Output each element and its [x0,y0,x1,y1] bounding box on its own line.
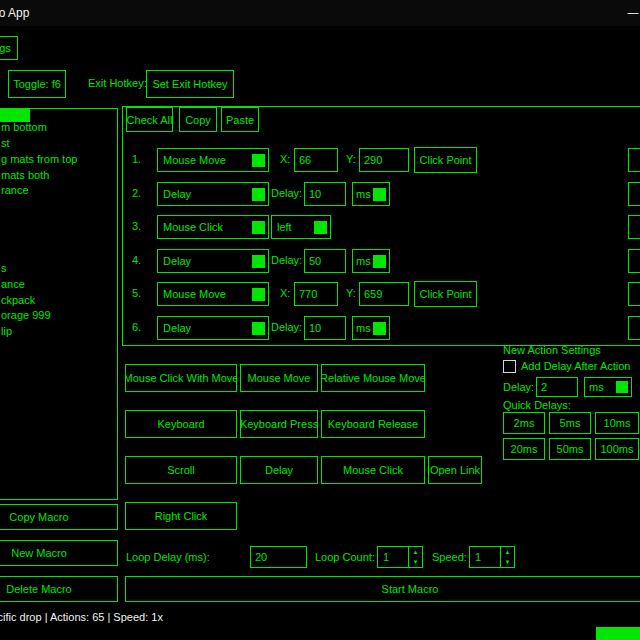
click-point-button[interactable]: Click Point [414,147,477,173]
stepper-up-icon[interactable]: ▲ [501,547,514,557]
speed-stepper[interactable]: 1 ▲ ▼ [469,546,515,568]
macro-list-item[interactable]: ckpack [1,294,35,306]
dropdown-arrow-icon [314,221,327,234]
delay-button[interactable]: Delay [240,456,318,484]
resize-grip[interactable] [596,627,640,640]
action-type-dropdown[interactable]: Mouse Click [157,215,269,239]
check-all-button[interactable]: Check All [126,107,173,132]
new-delay-label: Delay: [503,381,534,393]
action-row-number: 5. [132,287,141,299]
new-delay-unit-value: ms [585,381,616,393]
delay-unit-dropdown[interactable]: ms [352,249,390,273]
keyboard-button[interactable]: Keyboard [125,410,237,438]
add-delay-checkbox[interactable] [503,360,516,373]
quick-delay-5ms-button[interactable]: 5ms [549,412,591,434]
new-macro-button[interactable]: New Macro [0,540,118,566]
x-coordinate-input[interactable] [294,282,338,306]
remove-action-button[interactable]: Remove [628,282,640,306]
macro-list-item[interactable]: g mats from top [1,153,77,165]
macro-list-item[interactable]: mats both [1,169,49,181]
loop-delay-input[interactable] [250,546,307,568]
right-click-button[interactable]: Right Click [125,502,237,530]
remove-action-button[interactable]: Remove [628,215,640,239]
settings-button[interactable]: Settings [0,36,18,60]
paste-button[interactable]: Paste [221,107,259,132]
action-type-dropdown[interactable]: Mouse Move [157,282,269,306]
quick-delay-100ms-button[interactable]: 100ms [595,438,639,460]
stepper-down-icon[interactable]: ▼ [501,557,514,567]
loop-count-stepper[interactable]: 1 ▲ ▼ [377,546,423,568]
new-delay-input[interactable] [536,377,578,397]
macro-list-item[interactable]: orage 999 [1,309,51,321]
macro-list-item[interactable]: m bottom [1,121,47,133]
scroll-button[interactable]: Scroll [125,456,237,484]
delay-unit-value: ms [353,188,373,200]
delay-value-input[interactable] [304,182,346,206]
x-coordinate-input[interactable] [294,148,338,172]
macro-list-item[interactable]: lip [1,325,12,337]
remove-action-button[interactable]: Remove [628,316,640,340]
quick-delay-50ms-button[interactable]: 50ms [549,438,591,460]
minimize-button[interactable]: — [626,4,640,20]
delay-label: Delay: [271,187,302,199]
action-row-number: 1. [132,153,141,165]
remove-action-button[interactable]: Remove [628,148,640,172]
delete-macro-button[interactable]: Delete Macro [0,576,118,602]
action-type-value: Mouse Move [158,288,252,300]
stepper-down-icon[interactable]: ▼ [409,557,422,567]
action-type-dropdown[interactable]: Mouse Move [157,148,269,172]
macro-list-item[interactable]: st [1,137,10,149]
remove-action-button[interactable]: Remove [628,249,640,273]
dropdown-arrow-icon [616,381,628,393]
open-link-button[interactable]: Open Link [428,456,482,484]
macro-list-item[interactable]: ance [1,278,25,290]
click-point-button[interactable]: Click Point [414,281,477,307]
stepper-up-icon[interactable]: ▲ [409,547,422,557]
y-coordinate-input[interactable] [359,148,409,172]
delay-value-input[interactable] [304,249,346,273]
relative-mouse-move-button[interactable]: Relative Mouse Move [321,364,425,392]
start-macro-button[interactable]: Start Macro [125,576,640,602]
action-type-dropdown[interactable]: Delay [157,316,269,340]
keyboard-press-button[interactable]: Keyboard Press [240,410,318,438]
y-coordinate-input[interactable] [359,282,409,306]
delay-unit-dropdown[interactable]: ms [352,182,390,206]
quick-delays-label: Quick Delays: [503,399,571,411]
new-delay-unit-dropdown[interactable]: ms [584,377,632,397]
x-label: X: [280,153,290,165]
exit-hotkey-label: Exit Hotkey: [88,77,147,89]
action-row-number: 4. [132,254,141,266]
quick-delay-10ms-button[interactable]: 10ms [595,412,639,434]
mouse-click-button[interactable]: Mouse Click [321,456,425,484]
macro-list-item[interactable]: rance [1,184,29,196]
quick-delay-20ms-button[interactable]: 20ms [503,438,545,460]
mouse-move-button[interactable]: Mouse Move [240,364,318,392]
mouse-click-with-move-button[interactable]: Mouse Click With Move [125,364,237,392]
action-type-dropdown[interactable]: Delay [157,249,269,273]
action-type-value: Mouse Click [158,221,252,233]
loop-count-label: Loop Count: [315,551,375,563]
dropdown-arrow-icon [252,188,265,201]
delay-value-input[interactable] [304,316,346,340]
copy-button[interactable]: Copy [179,107,217,132]
loop-delay-label: Loop Delay (ms): [126,551,210,563]
quick-delay-2ms-button[interactable]: 2ms [503,412,545,434]
delay-unit-value: ms [353,255,373,267]
macro-list-item[interactable]: s [1,262,7,274]
titlebar: Macro App — [0,0,640,26]
remove-action-button[interactable]: Remove [628,182,640,206]
new-action-settings-title: New Action Settings [503,344,601,356]
action-type-dropdown[interactable]: Delay [157,182,269,206]
set-exit-hotkey-button[interactable]: Set Exit Hotkey [146,70,234,98]
copy-macro-button[interactable]: Copy Macro [0,504,118,530]
action-row-number: 2. [132,187,141,199]
window-title: Macro App [0,6,29,20]
action-type-value: Mouse Move [158,154,252,166]
stepper-arrows: ▲ ▼ [408,547,422,567]
toggle-hotkey-button[interactable]: Toggle: f6 [8,70,66,98]
mouse-button-dropdown[interactable]: left [271,215,331,239]
status-bar-text: Specific drop | Actions: 65 | Speed: 1x [0,611,163,623]
delay-unit-dropdown[interactable]: ms [352,316,390,340]
keyboard-release-button[interactable]: Keyboard Release [321,410,425,438]
dropdown-arrow-icon [252,255,265,268]
